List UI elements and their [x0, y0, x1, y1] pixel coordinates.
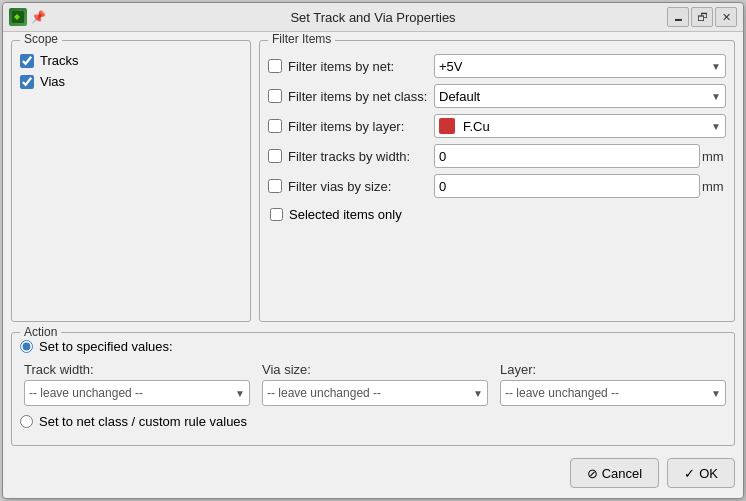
filter-group: Filter Items Filter items by net: +5V ▼	[259, 40, 735, 322]
unit-mm-label2: mm	[702, 179, 726, 194]
filter-viasize-row: Filter vias by size: mm	[268, 173, 726, 199]
minimize-button[interactable]: 🗕	[667, 7, 689, 27]
filter-netclass-row: Filter items by net class: Default ▼	[268, 83, 726, 109]
set-values-radio[interactable]	[20, 340, 33, 353]
chevron-down-icon: ▼	[711, 121, 721, 132]
title-bar-controls: 🗕 🗗 ✕	[667, 7, 737, 27]
set-values-radio-row: Set to specified values:	[20, 339, 726, 354]
close-button[interactable]: ✕	[715, 7, 737, 27]
scope-content: Tracks Vias	[20, 53, 242, 89]
filter-net-value: +5V	[439, 59, 463, 74]
filter-layer-dropdown[interactable]: F.Cu ▼	[434, 114, 726, 138]
selected-only-row: Selected items only	[268, 207, 726, 222]
filter-viasize-checkbox[interactable]	[268, 179, 282, 193]
title-bar-left: 📌	[9, 8, 46, 26]
filter-trackwidth-row: Filter tracks by width: mm	[268, 143, 726, 169]
title-bar: 📌 Set Track and Via Properties 🗕 🗗 ✕	[3, 3, 743, 32]
track-width-value: -- leave unchanged --	[29, 386, 143, 400]
via-size-value: -- leave unchanged --	[267, 386, 381, 400]
set-values-label: Set to specified values:	[39, 339, 173, 354]
filter-net-label: Filter items by net:	[288, 59, 428, 74]
cancel-button[interactable]: ⊘ Cancel	[570, 458, 659, 488]
top-section: Scope Tracks Vias Filter Items	[11, 40, 735, 322]
chevron-down-icon: ▼	[473, 388, 483, 399]
via-size-dropdown[interactable]: -- leave unchanged -- ▼	[262, 380, 488, 406]
ok-label: OK	[699, 466, 718, 481]
tracks-row: Tracks	[20, 53, 242, 68]
filter-net-dropdown[interactable]: +5V ▼	[434, 54, 726, 78]
filter-trackwidth-input-group: mm	[434, 144, 726, 168]
via-size-group: Via size: -- leave unchanged -- ▼	[262, 362, 488, 406]
layer-label: Layer:	[500, 362, 726, 377]
chevron-down-icon: ▼	[711, 61, 721, 72]
ok-button[interactable]: ✓ OK	[667, 458, 735, 488]
net-class-label: Set to net class / custom rule values	[39, 414, 247, 429]
action-label: Action	[24, 325, 57, 339]
layer-color-swatch	[439, 118, 455, 134]
filter-viasize-input-group: mm	[434, 174, 726, 198]
cancel-icon: ⊘	[587, 466, 598, 481]
dialog-body: Scope Tracks Vias Filter Items	[3, 32, 743, 498]
filter-trackwidth-checkbox[interactable]	[268, 149, 282, 163]
filter-layer-label: Filter items by layer:	[288, 119, 428, 134]
track-width-label: Track width:	[24, 362, 250, 377]
filter-layer-row: Filter items by layer: F.Cu ▼	[268, 113, 726, 139]
track-width-dropdown[interactable]: -- leave unchanged -- ▼	[24, 380, 250, 406]
filter-layer-value: F.Cu	[463, 119, 490, 134]
layer-value: -- leave unchanged --	[505, 386, 619, 400]
layer-content: F.Cu	[439, 118, 490, 134]
vias-checkbox[interactable]	[20, 75, 34, 89]
tracks-label: Tracks	[40, 53, 79, 68]
net-class-radio[interactable]	[20, 415, 33, 428]
filter-netclass-checkbox[interactable]	[268, 89, 282, 103]
via-size-label: Via size:	[262, 362, 488, 377]
layer-group: Layer: -- leave unchanged -- ▼	[500, 362, 726, 406]
tracks-checkbox[interactable]	[20, 54, 34, 68]
filter-netclass-label: Filter items by net class:	[288, 89, 428, 104]
filter-netclass-dropdown[interactable]: Default ▼	[434, 84, 726, 108]
filter-trackwidth-label: Filter tracks by width:	[288, 149, 428, 164]
selected-only-checkbox[interactable]	[270, 208, 283, 221]
filter-layer-checkbox[interactable]	[268, 119, 282, 133]
ok-icon: ✓	[684, 466, 695, 481]
layer-dropdown[interactable]: -- leave unchanged -- ▼	[500, 380, 726, 406]
filter-layer-inner: F.Cu ▼	[439, 118, 721, 134]
filter-label: Filter Items	[268, 32, 335, 46]
filter-net-row: Filter items by net: +5V ▼	[268, 53, 726, 79]
filter-content: Filter items by net: +5V ▼ Filter items …	[268, 53, 726, 222]
scope-group: Scope Tracks Vias	[11, 40, 251, 322]
action-group: Action Set to specified values: Track wi…	[11, 332, 735, 446]
chevron-down-icon: ▼	[711, 388, 721, 399]
filter-viasize-label: Filter vias by size:	[288, 179, 428, 194]
maximize-button[interactable]: 🗗	[691, 7, 713, 27]
dropdown-row: Track width: -- leave unchanged -- ▼ Via…	[24, 362, 726, 406]
filter-trackwidth-input[interactable]	[434, 144, 700, 168]
net-class-radio-row: Set to net class / custom rule values	[20, 414, 726, 429]
vias-row: Vias	[20, 74, 242, 89]
cancel-label: Cancel	[602, 466, 642, 481]
app-icon	[9, 8, 27, 26]
chevron-down-icon: ▼	[711, 91, 721, 102]
dialog-title: Set Track and Via Properties	[290, 10, 455, 25]
vias-label: Vias	[40, 74, 65, 89]
track-width-group: Track width: -- leave unchanged -- ▼	[24, 362, 250, 406]
unit-mm-label: mm	[702, 149, 726, 164]
filter-net-checkbox[interactable]	[268, 59, 282, 73]
scope-label: Scope	[20, 32, 62, 46]
selected-only-label: Selected items only	[289, 207, 402, 222]
action-label-container: Action	[20, 324, 61, 339]
chevron-down-icon: ▼	[235, 388, 245, 399]
pin-icon: 📌	[31, 10, 46, 24]
filter-viasize-input[interactable]	[434, 174, 700, 198]
dialog: 📌 Set Track and Via Properties 🗕 🗗 ✕ Sco…	[2, 2, 744, 499]
filter-netclass-value: Default	[439, 89, 480, 104]
button-row: ⊘ Cancel ✓ OK	[11, 454, 735, 490]
